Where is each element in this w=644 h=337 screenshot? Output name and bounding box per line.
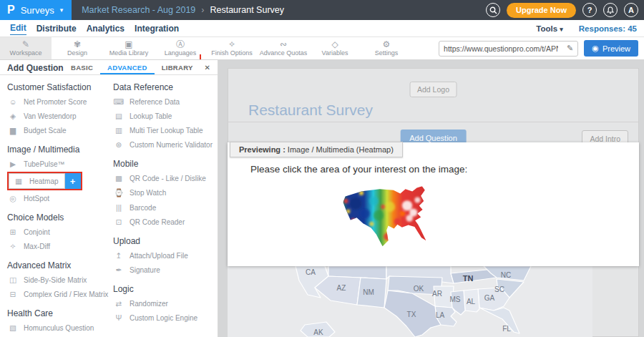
qtype-custom-logic-engine[interactable]: Ψ Custom Logic Engine — [113, 311, 218, 325]
tool-workspace[interactable]: ✎ Workspace — [0, 37, 52, 59]
help-button[interactable]: ? — [582, 3, 597, 17]
state-label: TX — [407, 311, 416, 318]
search-icon — [489, 6, 497, 14]
wand-icon: ✧ — [7, 242, 19, 250]
edit-url-icon[interactable]: ✎ — [562, 44, 577, 53]
qtype-custom-numeric-validator[interactable]: ⊛ Custom Numeric Validator — [113, 137, 218, 152]
qtype-qr-code-reader[interactable]: ⊡ QR Code Reader — [113, 215, 218, 229]
upload-icon: ↥ — [113, 251, 125, 260]
qtype-qr-like-dislike[interactable]: ▩ QR Code - Like / Dislike — [113, 171, 218, 185]
help-icon: ? — [587, 6, 592, 14]
tool-variables[interactable]: ◇ Variables — [309, 37, 361, 59]
workspace-icon: ✎ — [22, 40, 29, 49]
state-label: OK — [414, 285, 424, 293]
tool-advance-quotas[interactable]: ∾ Advance Quotas — [258, 37, 309, 59]
chevron-down-icon: ▾ — [60, 6, 64, 14]
qtype-heatmap[interactable]: ▦ Heatmap — [9, 173, 65, 189]
gear-icon: ⚙ — [383, 40, 391, 49]
preview-button[interactable]: ◉ Preview — [584, 40, 638, 57]
qtype-complex-grid[interactable]: ⊟ Complex Grid / Flex Matrix — [7, 287, 113, 301]
state-label: AL — [467, 298, 475, 306]
qr-code-icon: ▩ — [113, 174, 125, 182]
body-figure-icon: ▧ — [7, 323, 19, 332]
avatar[interactable]: A — [624, 3, 638, 17]
section-choice-models: Choice Models — [7, 213, 113, 223]
tool-design[interactable]: ✾ Design — [52, 37, 103, 59]
tool-media-library[interactable]: ▣ Media Library — [103, 37, 155, 59]
nav-edit[interactable]: Edit — [10, 21, 26, 35]
nav-integration[interactable]: Integration — [135, 22, 179, 35]
qtype-side-by-side-matrix[interactable]: ◫ Side-By-Side Matrix — [7, 273, 113, 287]
editor-toolbar: ✎ Workspace ✾ Design ▣ Media Library Ⓐ L… — [0, 37, 644, 60]
wand-icon: ✧ — [228, 40, 235, 49]
usa-heatmap-image[interactable] — [331, 184, 438, 250]
section-health-care: Health Care — [7, 308, 113, 318]
qtype-attach-upload-file[interactable]: ↥ Attach/Upload File — [113, 248, 218, 263]
tab-library[interactable]: LIBRARY — [155, 60, 200, 74]
tag-icon: ◇ — [331, 40, 338, 49]
close-icon[interactable]: ✕ — [200, 60, 218, 74]
shuffle-icon: ⇄ — [113, 299, 125, 308]
tool-finish-options[interactable]: ✧ Finish Options — [206, 37, 258, 59]
qtype-hotspot[interactable]: ◎ HotSpot — [7, 191, 113, 205]
qtype-stop-watch[interactable]: ⌚ Stop Watch — [113, 185, 218, 200]
responses-count[interactable]: Responses: 45 — [579, 24, 637, 33]
qtype-tubepulse[interactable]: ▶ TubePulse™ — [7, 157, 113, 171]
section-upload: Upload — [113, 236, 218, 246]
survey-title: Restaurant Survey — [248, 102, 373, 119]
state-label: CA — [306, 268, 316, 276]
nav-analytics[interactable]: Analytics — [87, 22, 125, 35]
qtype-budget-scale[interactable]: ▆ Budget Scale — [7, 123, 113, 137]
qtype-net-promoter-score[interactable]: ☺ Net Promoter Score — [7, 94, 113, 109]
tools-dropdown[interactable]: Tools ▾ — [536, 24, 563, 33]
qtype-heatmap-highlighted[interactable]: ▦ Heatmap + — [7, 172, 82, 190]
qtype-homunculus[interactable]: ▧ Homunculus Question — [7, 321, 113, 335]
state-label: AK — [313, 328, 323, 336]
qtype-conjoint[interactable]: ⊞ Conjoint — [7, 225, 113, 239]
qr-reader-icon: ⊡ — [113, 218, 125, 226]
notifications-button[interactable] — [603, 3, 618, 17]
eye-icon: ◉ — [592, 44, 599, 53]
state-label: FL — [502, 325, 511, 333]
nav-distribute[interactable]: Distribute — [36, 22, 77, 35]
questionpro-logo: P — [7, 4, 15, 16]
qtype-van-westendorp[interactable]: ◈ Van Westendorp — [7, 109, 113, 123]
question-text: Please click the area of your interest o… — [250, 164, 467, 175]
tab-basic[interactable]: BASIC — [64, 60, 100, 74]
qtype-lookup-table[interactable]: ▤ Lookup Table — [113, 109, 218, 123]
divider — [228, 122, 638, 122]
section-image-multimedia: Image / Multimedia — [7, 145, 113, 155]
tool-languages[interactable]: Ⓐ Languages — [155, 37, 206, 59]
panel-title: Add Question — [0, 60, 64, 74]
breadcrumb: Market Research - Aug 2019 › Restaurant … — [82, 5, 284, 15]
add-heatmap-button[interactable]: + — [65, 173, 81, 189]
qtype-randomizer[interactable]: ⇄ Randomizer — [113, 296, 218, 311]
qtype-max-diff[interactable]: ✧ Max-Diff — [7, 239, 113, 253]
add-logo-button[interactable]: Add Logo — [409, 82, 457, 97]
questionpro-survey-editor: P Surveys ▾ Market Research - Aug 2019 ›… — [0, 0, 644, 337]
links-icon: ∾ — [280, 40, 287, 49]
flex-matrix-icon: ⊟ — [7, 290, 19, 298]
state-label: LA — [436, 311, 444, 319]
tab-advanced[interactable]: ADVANCED — [100, 60, 155, 74]
state-label: NC — [501, 271, 511, 279]
barcode-icon: ||| — [113, 203, 125, 212]
state-label: TN — [463, 274, 474, 283]
tool-settings[interactable]: ⚙ Settings — [361, 37, 412, 59]
survey-url-input[interactable] — [439, 44, 562, 53]
upgrade-now-button[interactable]: Upgrade Now — [507, 3, 576, 18]
breadcrumb-separator: › — [201, 5, 204, 15]
validator-icon: ⊛ — [113, 140, 125, 149]
qtype-signature[interactable]: ✒ Signature — [113, 263, 218, 277]
search-button[interactable] — [486, 3, 500, 17]
qtype-reference-data[interactable]: ⌨ Reference Data — [113, 94, 218, 109]
keyboard-icon: ⌨ — [113, 97, 125, 106]
section-customer-satisfaction: Customer Satisfaction — [7, 82, 113, 92]
breadcrumb-project[interactable]: Market Research - Aug 2019 — [82, 5, 195, 15]
bar-chart-icon: ▆ — [7, 126, 19, 135]
survey-url-box: ✎ — [439, 41, 578, 57]
qtype-barcode[interactable]: ||| Barcode — [113, 200, 218, 215]
surveys-menu[interactable]: P Surveys ▾ — [0, 0, 72, 20]
state-label: MS — [450, 296, 461, 303]
qtype-multi-tier-lookup[interactable]: ▥ Multi Tier Lookup Table — [113, 123, 218, 137]
